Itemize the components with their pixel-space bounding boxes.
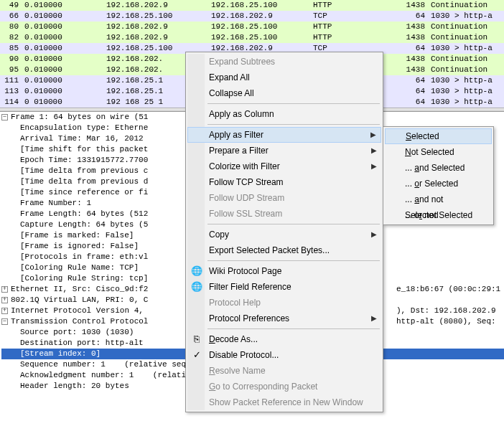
- detail-text: Epoch Time: 1331915772.7700: [20, 155, 148, 166]
- col-info: Continuation: [428, 22, 504, 32]
- col-src: 192.168.202.9: [106, 32, 211, 43]
- col-info: Continuation: [428, 32, 504, 43]
- detail-text: Frame Number: 1: [20, 198, 91, 209]
- menu-item-protocol-help: Protocol Help: [187, 295, 381, 311]
- col-len: 64: [385, 43, 428, 54]
- detail-text: [Time delta from previous d: [20, 176, 148, 187]
- col-time: 0.010000: [22, 75, 106, 86]
- detail-text: [Frame is ignored: False]: [20, 241, 139, 252]
- submenu-arrow-icon: ▶: [371, 143, 377, 159]
- menu-item-follow-udp-stream: Follow UDP Stream: [187, 190, 381, 206]
- menu-separator: [207, 260, 380, 261]
- menu-label: Filter Field Reference: [209, 282, 291, 292]
- submenu-item-and-not-selected[interactable]: ... and not Selected: [385, 191, 492, 207]
- packet-row[interactable]: 490.010000192.168.202.9192.168.25.100HTT…: [0, 0, 504, 11]
- menu-label: Export Selected Packet Bytes...: [209, 245, 330, 255]
- col-src: 192.168.202.9: [106, 22, 211, 32]
- menu-separator: [207, 224, 380, 224]
- menu-item-prepare-a-filter[interactable]: Prepare a Filter▶: [187, 143, 381, 159]
- apply-as-filter-submenu: SelectedNot Selected... and Selected... …: [383, 126, 494, 225]
- col-no: 66: [0, 11, 22, 22]
- menu-item-disable-protocol[interactable]: ✓Disable Protocol...: [187, 347, 381, 363]
- menu-label: Apply as Column: [209, 109, 274, 119]
- col-time: 0.010000: [22, 86, 106, 97]
- detail-text: Ethernet II, Src: Cisco_9d:f2: [11, 284, 148, 295]
- detail-text: Encapsulation type: Etherne: [20, 123, 148, 133]
- menu-icon: ⎘: [191, 334, 202, 345]
- menu-item-protocol-preferences[interactable]: Protocol Preferences▶: [187, 311, 381, 326]
- menu-item-expand-subtrees: Expand Subtrees: [187, 54, 381, 70]
- submenu-item-selected[interactable]: Selected: [385, 128, 492, 144]
- menu-item-decode-as[interactable]: ⎘Decode As...: [187, 331, 381, 347]
- detail-text: [Stream index: 0]: [20, 349, 101, 359]
- menu-item-resolve-name: Resolve Name: [187, 363, 381, 379]
- col-len: 1438: [385, 65, 428, 75]
- submenu-item-or-selected[interactable]: ... or Selected: [385, 176, 492, 191]
- menu-item-apply-as-column[interactable]: Apply as Column: [187, 106, 381, 122]
- menu-label: Expand All: [209, 72, 250, 82]
- menu-item-collapse-all[interactable]: Collapse All: [187, 85, 381, 101]
- packet-row[interactable]: 800.010000192.168.202.9192.168.25.100HTT…: [0, 22, 504, 32]
- menu-label: Apply as Filter: [209, 130, 263, 140]
- submenu-item-or-not-selected[interactable]: ... or not Selected: [385, 207, 492, 223]
- col-info: 1030 > http-a: [428, 43, 504, 54]
- expand-icon[interactable]: +: [1, 308, 8, 314]
- col-len: 64: [385, 75, 428, 86]
- detail-text-tail: http-alt (8080), Seq:: [396, 316, 500, 327]
- col-time: 0.010000: [22, 65, 106, 75]
- col-time: 0.010000: [22, 32, 106, 43]
- col-time: 0.010000: [22, 22, 106, 32]
- packet-row[interactable]: 820.010000192.168.202.9192.168.25.100HTT…: [0, 32, 504, 43]
- expand-icon[interactable]: +: [1, 297, 8, 303]
- menu-item-expand-all[interactable]: Expand All: [187, 70, 381, 85]
- submenu-item-and-selected[interactable]: ... and Selected: [385, 160, 492, 176]
- submenu-item-not-selected[interactable]: Not Selected: [385, 144, 492, 160]
- menu-label: Follow TCP Stream: [209, 177, 284, 187]
- menu-separator: [207, 124, 380, 125]
- col-no: 82: [0, 32, 22, 43]
- collapse-icon[interactable]: −: [1, 318, 8, 325]
- col-no: 113: [0, 86, 22, 97]
- menu-item-export-selected-packet-bytes[interactable]: Export Selected Packet Bytes...: [187, 242, 381, 258]
- packet-row[interactable]: 660.010000192.168.25.100192.168.202.9TCP…: [0, 11, 504, 22]
- col-time: 0.010000: [22, 11, 106, 22]
- detail-text: [Time delta from previous c: [20, 166, 148, 176]
- col-time: 0 010000: [22, 97, 106, 108]
- menu-label: Disable Protocol...: [209, 350, 279, 360]
- detail-text: Destination port: http-alt: [20, 338, 148, 349]
- menu-item-show-packet-reference-in-new-window: Show Packet Reference in New Window: [187, 394, 381, 410]
- menu-item-filter-field-reference[interactable]: 🌐Filter Field Reference: [187, 279, 381, 295]
- menu-item-wiki-protocol-page[interactable]: 🌐Wiki Protocol Page: [187, 263, 381, 279]
- col-dst: 192.168.25.100: [211, 0, 313, 11]
- col-src: 192.168.25.100: [106, 11, 211, 22]
- col-time: 0.010000: [22, 43, 106, 54]
- menu-icon: 🌐: [191, 281, 202, 293]
- menu-separator: [207, 103, 380, 104]
- menu-icon: 🌐: [191, 265, 202, 277]
- expand-icon[interactable]: +: [1, 286, 8, 293]
- detail-text: [Coloring Rule String: tcp]: [20, 273, 148, 284]
- menu-label: Colorize with Filter: [209, 161, 280, 171]
- col-info: 1030 > http-a: [428, 97, 504, 108]
- detail-text: Frame 1: 64 bytes on wire (51: [11, 112, 148, 123]
- menu-label: Wiki Protocol Page: [209, 266, 281, 276]
- detail-text: Header length: 20 bytes: [20, 381, 129, 392]
- col-info: Continuation: [428, 54, 504, 65]
- col-proto: HTTP: [313, 32, 385, 43]
- menu-item-colorize-with-filter[interactable]: Colorize with Filter▶: [187, 159, 381, 174]
- detail-text: Transmission Control Protocol: [11, 316, 148, 327]
- menu-item-apply-as-filter[interactable]: Apply as Filter▶: [187, 127, 381, 143]
- col-proto: HTTP: [313, 0, 385, 11]
- menu-label: Selected: [406, 131, 439, 141]
- check-icon: ✓: [191, 349, 202, 361]
- col-len: 1438: [385, 22, 428, 32]
- col-no: 90: [0, 54, 22, 65]
- detail-text: Capture Length: 64 bytes (5: [20, 219, 148, 230]
- detail-text: [Time since reference or fi: [20, 187, 148, 198]
- context-menu: Expand SubtreesExpand AllCollapse AllApp…: [185, 52, 383, 412]
- col-src: 192.168.202.9: [106, 0, 211, 11]
- menu-item-follow-tcp-stream[interactable]: Follow TCP Stream: [187, 174, 381, 190]
- collapse-icon[interactable]: −: [1, 114, 8, 120]
- menu-label: Copy: [209, 230, 229, 240]
- menu-item-copy[interactable]: Copy▶: [187, 227, 381, 242]
